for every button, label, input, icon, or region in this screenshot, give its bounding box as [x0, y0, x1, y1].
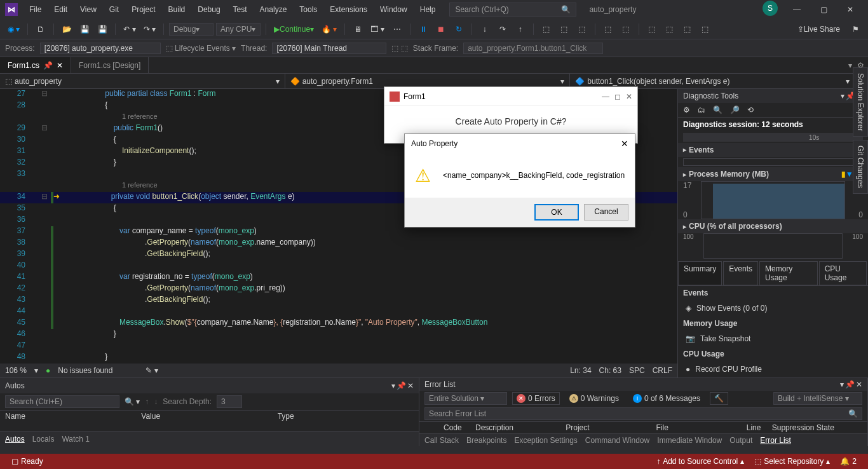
ok-button[interactable]: OK: [534, 204, 579, 221]
form-min-icon[interactable]: —: [602, 92, 609, 101]
stop-icon[interactable]: ⏹: [433, 22, 449, 37]
record-cpu-link[interactable]: ● Record CPU Profile: [678, 361, 868, 377]
lineend-indicator[interactable]: CRLF: [653, 366, 672, 375]
spacing-indicator[interactable]: SPC: [629, 366, 645, 375]
tab-form1-cs[interactable]: Form1.cs📌✕: [0, 57, 71, 73]
tool3-icon[interactable]: ⬚: [574, 22, 590, 37]
menu-extensions[interactable]: Extensions: [323, 3, 374, 17]
take-snapshot-link[interactable]: 📷 Take Snapshot: [678, 330, 868, 347]
code-line[interactable]: 38 .GetProperty(nameof(mono_exp.name_com…: [0, 238, 677, 249]
pause-icon[interactable]: ⏸: [416, 22, 431, 37]
autos-search[interactable]: Search (Ctrl+E): [5, 395, 119, 408]
procmem-section-header[interactable]: Process Memory (MB) ▮▼●P: [678, 167, 868, 181]
nav-up-icon[interactable]: ↑: [145, 397, 149, 406]
redo-icon[interactable]: ↷ ▾: [141, 22, 158, 37]
step-over-icon[interactable]: ↷: [495, 22, 510, 37]
code-line[interactable]: 40: [0, 261, 677, 272]
search-input[interactable]: Search (Ctrl+Q) 🔍: [449, 3, 576, 17]
search-icon[interactable]: 🔍 ▾: [125, 397, 140, 406]
close-tab-icon[interactable]: ✕: [57, 61, 63, 70]
user-avatar[interactable]: S: [763, 1, 778, 16]
form1-titlebar[interactable]: Form1 —◻✕: [384, 87, 637, 106]
new-item-icon[interactable]: 🗋: [33, 22, 48, 37]
tab-output[interactable]: Output: [729, 436, 752, 445]
tab-breakpoints[interactable]: Breakpoints: [466, 436, 506, 445]
code-line[interactable]: 39 .GetBackingField();: [0, 249, 677, 261]
panel-dropdown-icon[interactable]: ▾: [841, 92, 844, 100]
menu-file[interactable]: File: [23, 3, 48, 17]
pin-icon[interactable]: 📌: [43, 61, 53, 70]
gear-icon[interactable]: ⚙: [683, 105, 690, 114]
tool2-icon[interactable]: ⬚: [557, 22, 572, 37]
issues-status[interactable]: No issues found: [58, 366, 112, 375]
solution-explorer-tab[interactable]: Solution Explorer: [853, 67, 868, 137]
open-icon[interactable]: 📂: [59, 22, 74, 37]
events-section-header[interactable]: Events: [678, 143, 868, 157]
code-line[interactable]: 43 .GetBackingField();: [0, 295, 677, 306]
hot-reload-icon[interactable]: 🔥 ▾: [319, 22, 339, 37]
msgbox-titlebar[interactable]: Auto Property ✕: [405, 134, 635, 153]
tab-exception[interactable]: Exception Settings: [514, 436, 577, 445]
zoom-in-icon[interactable]: 🔍: [713, 105, 722, 114]
tool6-icon[interactable]: ⬚: [644, 22, 660, 37]
tool4-icon[interactable]: ⬚: [600, 22, 616, 37]
reset-icon[interactable]: ⟲: [747, 105, 754, 114]
code-line[interactable]: 48 }: [0, 352, 677, 364]
menu-tools[interactable]: Tools: [293, 3, 323, 17]
step-icon[interactable]: ⋯: [390, 22, 405, 37]
continue-button[interactable]: ▶ Continue ▾: [271, 22, 316, 37]
nav-back-icon[interactable]: ◉ ▾: [5, 22, 22, 37]
code-line[interactable]: 41 var registration_no = typeof(mono_exp…: [0, 272, 677, 283]
notifications-button[interactable]: 🔔2: [835, 457, 862, 466]
menu-analyze[interactable]: Analyze: [254, 3, 294, 17]
code-line[interactable]: 47: [0, 341, 677, 352]
menu-debug[interactable]: Debug: [191, 3, 226, 17]
menu-edit[interactable]: Edit: [48, 3, 74, 17]
tab-errorlist[interactable]: Error List: [760, 436, 791, 445]
code-line[interactable]: 37 var company_name = typeof(mono_exp): [0, 226, 677, 238]
scope-dropdown[interactable]: Entire Solution ▾: [424, 392, 507, 405]
minimize-button[interactable]: —: [784, 1, 810, 18]
tab-locals[interactable]: Locals: [32, 435, 55, 444]
tab-autos[interactable]: Autos: [5, 435, 25, 444]
nav-down-icon[interactable]: ↓: [154, 397, 158, 406]
tab-command[interactable]: Command Window: [585, 436, 649, 445]
repo-button[interactable]: ⬚ Select Repository ▴: [749, 457, 835, 466]
process-dropdown[interactable]: [20876] auto_property.exe: [40, 43, 161, 54]
code-line[interactable]: 42 .GetProperty(nameof(mono_exp.pri_reg)…: [0, 283, 677, 295]
code-line[interactable]: 44: [0, 306, 677, 318]
menu-help[interactable]: Help: [414, 3, 442, 17]
stack-icons[interactable]: ⬚ ⬚: [391, 44, 407, 53]
form-max-icon[interactable]: ◻: [614, 92, 621, 101]
tab-immediate[interactable]: Immediate Window: [657, 436, 722, 445]
cpu-section-header[interactable]: CPU (% of all processors): [678, 219, 868, 233]
tool9-icon[interactable]: ⬚: [698, 22, 713, 37]
tab-events[interactable]: Events: [723, 261, 758, 285]
close-button[interactable]: ✕: [837, 1, 863, 18]
stackframe-dropdown[interactable]: auto_property.Form1.button1_Click: [463, 43, 603, 54]
show-events-link[interactable]: ◈ Show Events (0 of 0): [678, 300, 868, 316]
tool7-icon[interactable]: ⬚: [662, 22, 677, 37]
tool8-icon[interactable]: ⬚: [680, 22, 695, 37]
lifecycle-dropdown[interactable]: ⬚ Lifecycle Events ▾: [166, 44, 236, 53]
errors-filter[interactable]: ✕0 Errors: [512, 392, 560, 405]
git-changes-tab[interactable]: Git Changes: [853, 140, 868, 194]
browser-icon[interactable]: 🖥: [350, 22, 365, 37]
tab-watch1[interactable]: Watch 1: [62, 435, 90, 444]
tab-memory-usage[interactable]: Memory Usage: [759, 261, 818, 285]
msgbox-close-icon[interactable]: ✕: [621, 139, 628, 149]
zoom-out-icon[interactable]: 🔎: [730, 105, 740, 114]
restart-icon[interactable]: ↻: [451, 22, 466, 37]
select-tools-icon[interactable]: 🗂: [698, 105, 705, 114]
form-close-icon[interactable]: ✕: [626, 92, 632, 101]
debug-target-icon[interactable]: 🗔 ▾: [368, 22, 386, 37]
code-line[interactable]: 45 MessageBox.Show($"{company_name.Name}…: [0, 318, 677, 329]
tool1-icon[interactable]: ⬚: [539, 22, 554, 37]
messages-filter[interactable]: i0 of 6 Messages: [628, 392, 705, 405]
feedback-icon[interactable]: ⚑: [848, 22, 863, 37]
build-filter[interactable]: 🔨: [710, 392, 728, 405]
intellisense-dropdown[interactable]: Build + IntelliSense ▾: [773, 392, 862, 405]
save-icon[interactable]: 💾: [77, 22, 92, 37]
source-control-button[interactable]: ↑ Add to Source Control ▴: [651, 457, 749, 466]
tab-summary[interactable]: Summary: [678, 261, 722, 285]
